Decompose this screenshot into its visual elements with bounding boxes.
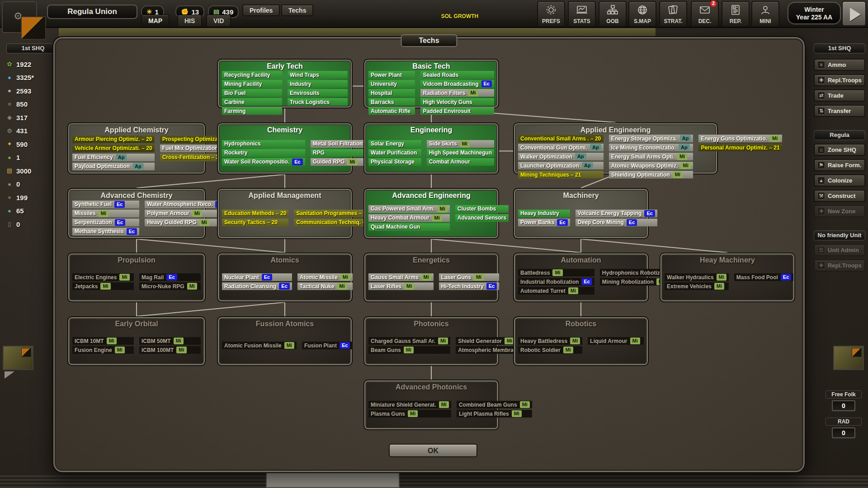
tech-item[interactable]: Combat Armour	[427, 158, 494, 166]
tech-item[interactable]: Bio Fuel	[222, 89, 282, 97]
tech-item[interactable]: Light Plasma RiflesMi	[457, 410, 532, 418]
topbar-button-stats[interactable]: STATS	[568, 1, 596, 27]
tech-item[interactable]: Water Atmospheric Reco.Ec	[145, 201, 228, 208]
topbar-button-smap[interactable]: S.MAP	[628, 1, 656, 27]
tech-item[interactable]: Water Soil Recompositio.Ec	[222, 158, 305, 166]
topbar-button-profiles[interactable]: Profiles	[242, 5, 280, 16]
tech-item[interactable]: Energy Small Arms Opti.Mi	[609, 153, 693, 160]
sidebar-button-construct[interactable]: ⚒Construct	[814, 190, 865, 202]
tech-item[interactable]: Ice Mining Economizatio.Ap	[609, 144, 693, 151]
tech-item[interactable]: Atomic Weapons Optimiz.Mi	[609, 162, 693, 169]
sidebar-button-ammo[interactable]: ≡Ammo	[814, 59, 865, 71]
tech-item[interactable]: ICBM 10MTMi	[72, 337, 134, 345]
tech-item[interactable]: Heavy BattledressMi	[518, 337, 582, 345]
tech-item[interactable]: Walker OptimizationAp	[518, 153, 604, 160]
topbar-button-techs[interactable]: Techs	[281, 5, 313, 16]
tech-item[interactable]: BattledressMi	[518, 269, 594, 277]
topbar-button-mini[interactable]: MINI	[751, 1, 779, 27]
tech-item[interactable]: Atomic Fusion MissileMi	[222, 342, 297, 349]
tech-item[interactable]: Liquid ArmourMi	[588, 337, 644, 345]
tech-item[interactable]: Hydrophonics	[222, 140, 305, 148]
tech-item[interactable]: SerpentizationEc	[72, 219, 139, 226]
tech-item[interactable]: Laser RiflesMi	[368, 282, 434, 290]
tech-item[interactable]: Robotic SoldierMi	[518, 346, 582, 354]
tech-item[interactable]: Side SkirtsMi	[427, 140, 494, 148]
tech-item[interactable]: Payload OptimizationAp	[72, 163, 155, 170]
tech-item[interactable]: MissilesMi	[72, 210, 139, 217]
tech-item[interactable]: ICBM 50MTMi	[139, 337, 201, 345]
tech-item[interactable]: Industrial RobolizationEc	[518, 278, 594, 286]
tech-item[interactable]: Cluster Bombs	[455, 205, 509, 213]
tech-item[interactable]: Power BanksEc	[518, 219, 570, 226]
tech-item[interactable]: Education Methods – 20	[222, 210, 288, 217]
tech-item[interactable]: Sanitation Programmes – 20	[294, 210, 375, 217]
tech-item[interactable]: Communication Techniq. – 20	[294, 219, 375, 226]
tab-vid[interactable]: VID	[206, 14, 231, 27]
tech-item[interactable]: Combined Beam GunsMi	[457, 401, 532, 408]
sidebar-button-colonize[interactable]: ▲Colonize	[814, 174, 865, 187]
tech-item[interactable]: Hospital	[368, 89, 415, 97]
scroll-corner-marker[interactable]	[5, 371, 14, 379]
tech-item[interactable]: Polymer ArmourMi	[145, 210, 228, 217]
tech-item[interactable]: Plasma GunsMi	[368, 410, 451, 418]
tech-item[interactable]: Charged Gauss Small Ar.Mi	[368, 337, 450, 345]
tech-item[interactable]: Barracks	[368, 98, 415, 106]
tech-item[interactable]: Truck Logistics	[288, 98, 348, 106]
sidebar-button-zone-shq[interactable]: ⌂Zone SHQ	[814, 144, 865, 156]
tech-item[interactable]: Conventional Gun Optimi.Ap	[518, 144, 604, 151]
sidebar-button-transfer[interactable]: ⇅Transfer	[814, 105, 865, 117]
tech-item[interactable]: Fusion PlantEc	[302, 342, 352, 349]
tech-item[interactable]: Miniature Shield Generat.Mi	[368, 401, 451, 408]
tech-item[interactable]: Radiation FiltersMi	[420, 89, 494, 97]
tech-item[interactable]: Personal Armour Optimiz. – 21	[698, 144, 782, 151]
tech-item[interactable]: Electric EnginesMi	[72, 273, 134, 281]
tech-item[interactable]: University	[368, 80, 415, 88]
tech-item[interactable]: Mag RailEc	[139, 273, 201, 281]
map-thumbnail-left[interactable]	[3, 346, 33, 370]
tech-item[interactable]: Carbine	[222, 98, 282, 106]
tech-item[interactable]: High Velocity Guns	[420, 98, 494, 106]
topbar-button-prefs[interactable]: PREFS	[537, 1, 565, 27]
tech-item[interactable]: Farming	[222, 107, 282, 115]
sidebar-button-trade[interactable]: ⇄Trade	[814, 89, 865, 102]
tech-item[interactable]: Beam GunsMi	[368, 346, 450, 354]
tech-item[interactable]: Padded Envirosuit	[420, 107, 494, 115]
tech-item[interactable]: Heavy Combat ArmourMi	[368, 214, 450, 222]
tech-item[interactable]: Launcher OptimizationAp	[518, 162, 604, 169]
tech-item[interactable]: Industry	[288, 80, 348, 88]
tech-item[interactable]: Nuclear PlantEc	[222, 273, 292, 281]
tech-item[interactable]: Vehicle Armor Optimizati. – 20	[72, 145, 155, 152]
tech-item[interactable]: Envirosuits	[288, 89, 348, 97]
tech-item[interactable]: Water Purification	[368, 149, 421, 157]
tech-item[interactable]: Automatic Rifle	[368, 107, 415, 115]
tech-item[interactable]: Deep Core MiningEc	[576, 219, 657, 226]
topbar-button-strat[interactable]: STRAT.	[659, 1, 687, 27]
tech-item[interactable]: Fuel EfficiencyAp	[72, 154, 155, 161]
tech-item[interactable]: Gauss Small ArmsMi	[368, 273, 434, 281]
tech-item[interactable]: Recycling Facility	[222, 71, 282, 79]
tech-item[interactable]: Mining Techniques – 21	[518, 171, 604, 178]
ok-button[interactable]: OK	[389, 444, 477, 457]
tech-item[interactable]: ICBM 100MTMi	[139, 346, 201, 354]
tech-item[interactable]: High Speed Machinegun	[427, 149, 494, 157]
tech-item[interactable]: Fusion EngineMi	[72, 346, 134, 354]
topbar-button-rep[interactable]: REP.	[722, 1, 750, 27]
tech-item[interactable]: Heavy Guided RPGMi	[145, 219, 228, 226]
tech-item[interactable]: Laser GunsMi	[439, 273, 499, 281]
tech-item[interactable]: Energy Guns Optimizatio.Mi	[698, 135, 782, 142]
topbar-button-oob[interactable]: OOB	[599, 1, 627, 27]
sidebar-button-raise-form[interactable]: ⚑Raise Form.	[814, 159, 865, 171]
tech-item[interactable]: Mining Facility	[222, 80, 282, 88]
tech-item[interactable]: Hi-Tech IndustryEc	[439, 282, 499, 290]
tech-item[interactable]: Solar Energy	[368, 140, 421, 148]
sidebar-button-repl-troops-1[interactable]: ✚Repl.Troops	[814, 74, 865, 86]
tech-item[interactable]: Automated TurretMi	[518, 287, 594, 295]
tech-item[interactable]: Shielding OptimizationMi	[609, 171, 693, 178]
tech-item[interactable]: Gas Powered Small Arm.Mi	[368, 205, 450, 213]
tech-item[interactable]: Methane SynthesisEc	[72, 228, 139, 235]
end-turn-button[interactable]	[842, 1, 866, 26]
tech-item[interactable]: Power Plant	[368, 71, 415, 79]
tech-item[interactable]: Quad Machine Gun	[368, 223, 450, 231]
tech-item[interactable]: Conventional Small Arms . – 20	[518, 135, 604, 142]
tech-item[interactable]: Armour Piercing Optimiz. – 20	[72, 136, 155, 143]
